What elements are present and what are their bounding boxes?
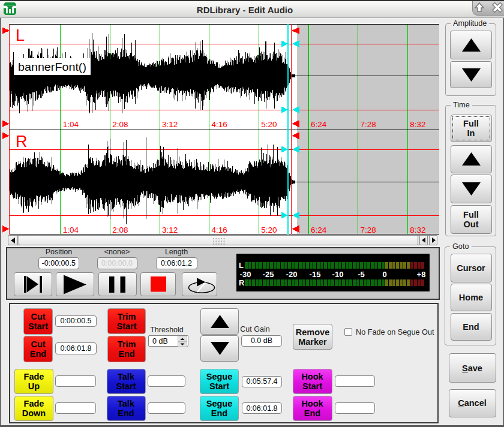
- svg-text:4:16: 4:16: [212, 225, 227, 234]
- svg-text:1:04: 1:04: [63, 225, 79, 234]
- svg-text:7:28: 7:28: [361, 120, 376, 129]
- svg-text:2:08: 2:08: [112, 120, 128, 129]
- svg-text:7:28: 7:28: [361, 225, 376, 234]
- svg-text:0: 0: [382, 270, 386, 279]
- svg-text:-10: -10: [332, 270, 344, 279]
- svg-text:1:04: 1:04: [63, 120, 79, 129]
- svg-text:5:20: 5:20: [261, 225, 277, 234]
- svg-text:3:12: 3:12: [162, 225, 178, 234]
- svg-text:L: L: [239, 261, 244, 270]
- svg-text:5:20: 5:20: [261, 120, 277, 129]
- svg-text:8:32: 8:32: [410, 120, 425, 129]
- svg-text:-25: -25: [263, 270, 274, 279]
- svg-text:L: L: [16, 26, 25, 44]
- svg-text:-20: -20: [286, 270, 298, 279]
- svg-text:4:16: 4:16: [212, 120, 227, 129]
- svg-text:R: R: [239, 278, 245, 287]
- svg-text:6:24: 6:24: [311, 120, 327, 129]
- svg-text:bannerFont(): bannerFont(): [18, 61, 86, 73]
- svg-text:-15: -15: [310, 270, 321, 279]
- svg-text:3:12: 3:12: [162, 120, 178, 129]
- svg-text:2:08: 2:08: [112, 225, 128, 234]
- svg-text:8:32: 8:32: [410, 225, 425, 234]
- svg-text:6:24: 6:24: [311, 225, 327, 234]
- svg-text:-30: -30: [240, 270, 251, 279]
- svg-text:+8: +8: [417, 270, 426, 279]
- svg-text:-5: -5: [358, 270, 365, 279]
- svg-text:R: R: [16, 133, 28, 151]
